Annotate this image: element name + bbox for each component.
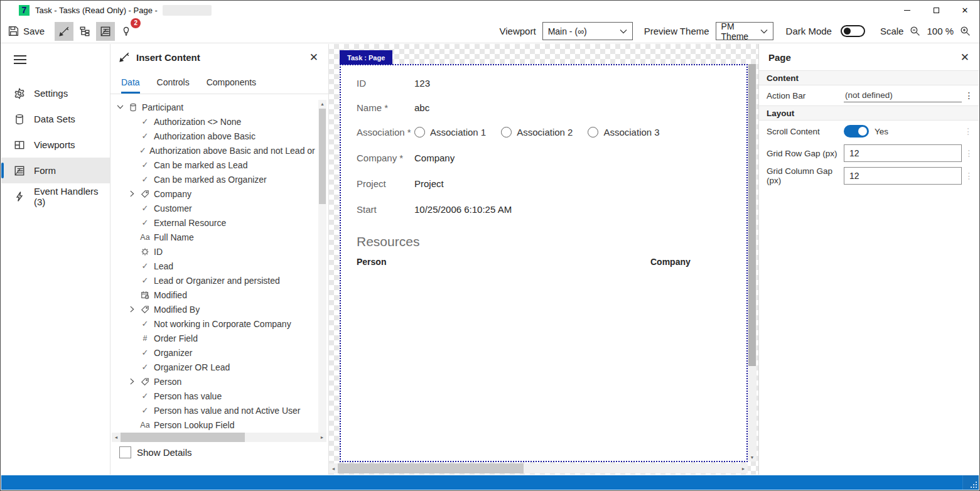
zoom-in-button[interactable] [960,26,971,36]
scrollbar-thumb[interactable] [121,433,245,442]
chevron-right-icon[interactable] [127,306,137,313]
tree-item[interactable]: ✓Organizer OR Lead [110,360,318,374]
sidebar-item-viewports[interactable]: Viewports [1,132,110,158]
scroll-down-arrow[interactable]: ▼ [748,453,757,461]
field-row-company[interactable]: Company * Company [357,150,746,165]
field-value: Project [414,178,444,189]
hamburger-menu-button[interactable] [14,55,26,64]
kebab-menu-icon[interactable]: ⋮ [962,171,976,181]
tree-item-label: Company [154,189,191,199]
sidebar-item-form[interactable]: Form [1,158,110,183]
tree-item[interactable]: ✓Organizer [110,345,318,360]
close-button[interactable]: ✕ [950,1,979,19]
chevron-down-icon[interactable] [115,105,125,109]
show-details-checkbox[interactable] [119,446,131,458]
tree-vertical-scrollbar[interactable]: ▲ [318,100,326,439]
grid-column-gap-input[interactable] [844,167,962,185]
tree-item[interactable]: ID [110,244,318,259]
app-window: 7 Task - Tasks (Read Only) - Page - ✕ Sa… [0,0,980,491]
tree-item[interactable]: AaPerson Lookup Field [110,418,318,432]
save-button[interactable]: Save [8,26,45,36]
grid-row-gap-input[interactable] [844,144,962,162]
kebab-menu-icon[interactable]: ⋮ [962,148,976,158]
form-icon [14,165,25,176]
tree-item[interactable]: ✓Lead [110,259,318,273]
chevron-right-icon[interactable] [127,190,137,197]
field-row-project[interactable]: Project Project [357,176,746,191]
minimize-button[interactable] [893,1,922,19]
tree-item[interactable]: ✓Not working in Corporate Company [110,316,318,331]
kebab-menu-icon[interactable]: ⋮ [961,126,976,136]
form-editor-button[interactable] [96,22,115,41]
show-details-option[interactable]: Show Details [119,446,192,458]
scroll-right-arrow[interactable]: ► [739,466,748,472]
insert-content-panel: Insert Content ✕ Data Controls Component… [110,44,329,475]
tree-item[interactable]: ✓Authorization above Basic [110,129,318,143]
tree-item[interactable]: Modified [110,288,318,302]
radio-option[interactable]: Association 1 [414,127,486,138]
radio-button-icon[interactable] [414,127,425,138]
tree-horizontal-scrollbar[interactable]: ◄ ► [112,433,326,442]
zoom-out-button[interactable] [910,26,920,36]
scroll-left-arrow[interactable]: ◄ [112,434,121,440]
tree-item[interactable]: ✓External Resource [110,215,318,230]
design-mode-button[interactable] [55,22,73,41]
tree-item[interactable]: Participant [110,100,318,114]
radio-option[interactable]: Association 3 [588,127,659,138]
tag-icon [139,190,151,198]
preview-theme-select[interactable]: PM Theme [716,22,773,40]
tree-item[interactable]: Person [110,374,318,389]
scrollbar-thumb[interactable] [338,463,524,473]
tree-item[interactable]: ✓Authorization above Basic and not Lead … [110,143,318,158]
field-row-association[interactable]: Association * Association 1 Association … [357,124,746,139]
hints-button[interactable]: 2 [117,22,136,41]
scroll-left-arrow[interactable]: ◄ [329,466,338,472]
tree-item[interactable]: AaFull Name [110,230,318,244]
tab-controls[interactable]: Controls [157,70,190,94]
tree-item[interactable]: ✓Person has value [110,389,318,403]
scrollbar-thumb[interactable] [748,64,756,366]
viewport-select[interactable]: Main - (∞) [542,22,633,40]
resize-grip[interactable] [962,475,979,490]
tab-data[interactable]: Data [121,70,140,94]
tab-components[interactable]: Components [207,70,256,94]
action-bar-value[interactable]: (not defined) [844,89,962,102]
tree-item[interactable]: ✓Customer [110,201,318,215]
hints-badge: 2 [131,18,141,28]
tree-item-label: Authorization above Basic and not Lead o… [149,146,318,156]
dark-mode-toggle[interactable] [841,25,865,37]
field-row-id[interactable]: ID 123 [357,75,746,90]
maximize-button[interactable] [922,1,950,19]
tree-item[interactable]: #Order Field [110,331,318,345]
radio-button-icon[interactable] [501,127,512,138]
chevron-right-icon[interactable] [127,378,137,385]
page-design-surface[interactable]: ID 123 Name * abc Association * Associat… [340,64,748,462]
tree-item[interactable]: ✓Can be marked as Organizer [110,172,318,186]
scrollbar-thumb[interactable] [319,109,326,204]
tree-item[interactable]: ✓Person has value and not Active User [110,403,318,418]
scroll-content-toggle[interactable] [844,125,869,138]
kebab-menu-icon[interactable]: ⋮ [962,90,976,100]
tree-item[interactable]: ✓Can be marked as Lead [110,158,318,172]
scroll-up-arrow[interactable]: ▲ [318,100,326,108]
save-icon [8,26,19,36]
insert-panel-close-button[interactable]: ✕ [310,51,318,64]
tree-item[interactable]: Company [110,186,318,201]
page-tab[interactable]: Task : Page [340,50,392,65]
canvas-vertical-scrollbar[interactable]: ▼ [748,64,757,461]
field-row-start[interactable]: Start 10/25/2006 6:10:25 AM [357,202,746,217]
tree-item[interactable]: Modified By [110,302,318,316]
sidebar-item-settings[interactable]: Settings [1,80,110,106]
scroll-right-arrow[interactable]: ► [318,434,326,440]
field-row-name[interactable]: Name * abc [357,100,746,115]
sidebar-item-event-handlers[interactable]: Event Handlers (3) [1,183,110,209]
app-logo-icon: 7 [19,5,30,16]
tree-item[interactable]: ✓Authorization <> None [110,114,318,129]
sidebar-item-data-sets[interactable]: Data Sets [1,106,110,132]
page-panel-close-button[interactable]: ✕ [961,51,969,64]
tree-view-button[interactable] [75,22,94,41]
radio-option[interactable]: Association 2 [501,127,573,138]
tree-item[interactable]: ✓Lead or Organizer and persisted [110,273,318,288]
radio-button-icon[interactable] [588,127,598,138]
canvas-horizontal-scrollbar[interactable]: ◄ ► [329,463,748,473]
